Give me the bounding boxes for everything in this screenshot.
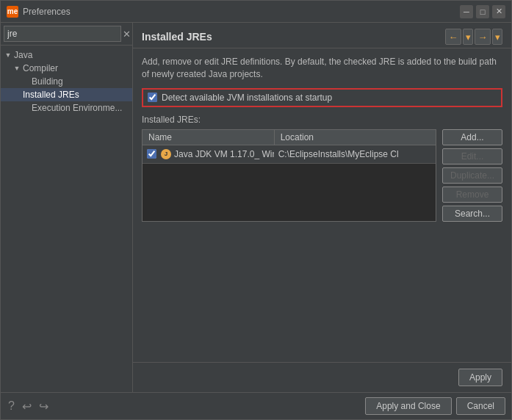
td-name: J Java JDK VM 1.17.0_ Window... (143, 147, 274, 162)
nav-buttons: ← ▾ → ▾ (445, 29, 502, 45)
cancel-button[interactable]: Cancel (456, 397, 505, 415)
apply-button[interactable]: Apply (458, 369, 502, 386)
table-body: J Java JDK VM 1.17.0_ Window... C:\Eclip… (143, 145, 436, 164)
expand-icon: ▼ (12, 64, 21, 73)
panel-header: Installed JREs ← ▾ → ▾ (133, 23, 511, 48)
side-buttons: Add... Edit... Duplicate... Remove Searc… (442, 129, 502, 222)
sidebar: ✕ ▼ Java ▼ Compiler Building (1, 23, 133, 392)
jre-icon: J (161, 149, 171, 159)
sidebar-item-compiler[interactable]: ▼ Compiler (1, 62, 132, 75)
table-header: Name Location (143, 130, 436, 145)
nav-back-dropdown[interactable]: ▾ (463, 29, 473, 45)
footer-left: ? ↩ ↪ (7, 398, 50, 415)
th-name: Name (143, 130, 275, 145)
detect-row: Detect available JVM installations at st… (142, 88, 502, 107)
sidebar-item-label: Building (32, 76, 63, 87)
th-location: Location (275, 130, 436, 145)
sidebar-item-label: Compiler (23, 63, 58, 73)
footer-row: ? ↩ ↪ Apply and Close Cancel (1, 392, 511, 419)
right-panel: Installed JREs ← ▾ → ▾ Add, remove or ed… (133, 23, 511, 392)
panel-body: Add, remove or edit JRE definitions. By … (133, 48, 511, 362)
add-button[interactable]: Add... (442, 129, 502, 145)
remove-button[interactable]: Remove (442, 187, 502, 203)
spacer-icon (21, 77, 30, 86)
description-text: Add, remove or edit JRE definitions. By … (142, 56, 502, 81)
jre-row-checkbox[interactable] (147, 149, 156, 159)
app-icon: me (7, 6, 18, 18)
nav-forward-dropdown[interactable]: ▾ (492, 29, 502, 45)
sidebar-item-building[interactable]: Building (1, 75, 132, 88)
installed-jres-label: Installed JREs: (142, 115, 502, 125)
maximize-button[interactable]: □ (476, 5, 489, 18)
jre-table: Name Location J Java JDK VM 1.17.0_ Wind… (142, 129, 436, 222)
spacer-icon (21, 104, 30, 112)
preferences-window: me Preferences ─ □ ✕ ✕ ▼ Java ▼ (0, 0, 512, 420)
tree-area: ▼ Java ▼ Compiler Building Installed JRE… (1, 46, 132, 392)
sidebar-item-label: Java (14, 50, 32, 60)
detect-label: Detect available JVM installations at st… (162, 93, 332, 103)
sidebar-item-label: Execution Environme... (32, 103, 122, 113)
duplicate-button[interactable]: Duplicate... (442, 167, 502, 184)
sidebar-item-label: Installed JREs (23, 90, 79, 100)
edit-button[interactable]: Edit... (442, 148, 502, 164)
clear-search-button[interactable]: ✕ (121, 29, 132, 40)
table-row[interactable]: J Java JDK VM 1.17.0_ Window... C:\Eclip… (143, 145, 436, 164)
sidebar-item-installed-jres[interactable]: Installed JREs (1, 88, 132, 101)
bottom-bar: Apply (133, 362, 511, 392)
footer-right: Apply and Close Cancel (365, 397, 505, 415)
help-button[interactable]: ? (7, 398, 16, 415)
search-button[interactable]: Search... (442, 206, 502, 222)
sidebar-item-execution-env[interactable]: Execution Environme... (1, 101, 132, 115)
td-location: C:\EclipseInstalls\MyEclipse Cl (274, 147, 436, 162)
sidebar-item-java[interactable]: ▼ Java (1, 48, 132, 62)
nav-back-button[interactable]: ← (445, 29, 461, 45)
search-bar: ✕ (1, 23, 132, 46)
window-title: Preferences (23, 7, 460, 17)
apply-close-button[interactable]: Apply and Close (365, 397, 451, 415)
search-input[interactable] (4, 26, 121, 42)
jre-table-container: Name Location J Java JDK VM 1.17.0_ Wind… (142, 129, 502, 222)
title-bar: me Preferences ─ □ ✕ (1, 1, 511, 23)
window-controls: ─ □ ✕ (460, 5, 505, 18)
expand-icon: ▼ (4, 51, 12, 59)
close-button[interactable]: ✕ (492, 5, 505, 18)
back-nav-button[interactable]: ↩ (21, 398, 33, 415)
panel-title: Installed JREs (142, 31, 212, 43)
spacer-icon (12, 90, 21, 99)
main-content: ✕ ▼ Java ▼ Compiler Building (1, 23, 511, 392)
nav-forward-button[interactable]: → (475, 29, 491, 45)
detect-checkbox[interactable] (148, 93, 157, 102)
jre-name: Java JDK VM 1.17.0_ Window... (174, 149, 274, 159)
minimize-button[interactable]: ─ (460, 5, 473, 18)
forward-nav-button[interactable]: ↪ (37, 398, 50, 415)
